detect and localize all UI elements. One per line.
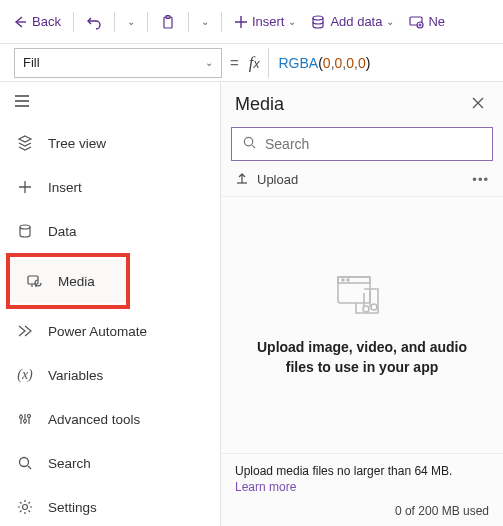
svg-point-18 <box>342 279 344 281</box>
plus-icon <box>16 178 34 196</box>
add-data-label: Add data <box>330 14 382 29</box>
learn-more-link[interactable]: Learn more <box>235 480 489 494</box>
add-data-button[interactable]: Add data ⌄ <box>304 6 400 38</box>
chevron-down-icon: ⌄ <box>386 16 394 27</box>
nav-search[interactable]: Search <box>0 441 220 485</box>
undo-icon <box>86 14 102 30</box>
paste-chevron[interactable]: ⌄ <box>195 6 215 38</box>
nav-label: Insert <box>48 180 82 195</box>
nav-label: Advanced tools <box>48 412 140 427</box>
panel-header: Media <box>221 82 503 123</box>
search-box[interactable] <box>231 127 493 161</box>
nav-label: Data <box>48 224 77 239</box>
tools-icon <box>16 410 34 428</box>
insert-label: Insert <box>252 14 285 29</box>
footer-note: Upload media files no larger than 64 MB. <box>235 464 452 478</box>
svg-point-20 <box>371 304 377 310</box>
screen-icon <box>408 14 424 30</box>
nav-power-automate[interactable]: Power Automate <box>0 309 220 353</box>
search-icon <box>16 454 34 472</box>
paste-button[interactable] <box>154 6 182 38</box>
nav-media[interactable]: Media <box>10 259 126 303</box>
gear-icon <box>16 498 34 516</box>
chevron-down-icon: ⌄ <box>288 16 296 27</box>
clipboard-icon <box>160 14 176 30</box>
layers-icon <box>16 134 34 152</box>
nav-tree-view[interactable]: Tree view <box>0 121 220 165</box>
flow-icon <box>16 322 34 340</box>
property-label: Fill <box>23 55 40 70</box>
media-icon <box>26 272 44 290</box>
property-selector[interactable]: Fill ⌄ <box>14 48 222 78</box>
nav-label: Variables <box>48 368 103 383</box>
hamburger-button[interactable] <box>0 88 220 121</box>
nav-label: Power Automate <box>48 324 147 339</box>
nav-label: Search <box>48 456 91 471</box>
database-icon <box>16 222 34 240</box>
svg-point-5 <box>20 225 30 229</box>
variable-icon: (x) <box>16 366 34 384</box>
svg-point-11 <box>23 505 28 510</box>
nav-insert[interactable]: Insert <box>0 165 220 209</box>
panel-body: Upload image, video, and audio files to … <box>221 197 503 453</box>
media-empty-icon <box>334 273 390 322</box>
back-label: Back <box>32 14 61 29</box>
media-panel: Media Upload ••• <box>220 82 503 526</box>
left-nav: Tree view Insert Data Media Power Automa… <box>0 82 220 526</box>
chevron-down-icon: ⌄ <box>127 16 135 27</box>
search-icon <box>242 135 257 153</box>
new-button[interactable]: Ne <box>402 6 451 38</box>
plus-icon <box>234 15 248 29</box>
svg-point-19 <box>347 279 349 281</box>
undo-chevron[interactable]: ⌄ <box>121 6 141 38</box>
nav-advanced-tools[interactable]: Advanced tools <box>0 397 220 441</box>
chevron-down-icon: ⌄ <box>205 57 213 68</box>
empty-state-text: Upload image, video, and audio files to … <box>245 338 479 377</box>
equals-sign: = <box>230 54 239 71</box>
nav-label: Media <box>58 274 95 289</box>
svg-point-8 <box>24 420 27 423</box>
upload-label: Upload <box>257 172 298 187</box>
formula-bar: Fill ⌄ = fx RGBA(0, 0, 0, 0) <box>0 44 503 82</box>
svg-point-15 <box>244 137 252 145</box>
close-button[interactable] <box>467 92 489 117</box>
back-button[interactable]: Back <box>6 6 67 38</box>
nav-settings[interactable]: Settings <box>0 485 220 526</box>
annotation-highlight: Media <box>6 253 130 309</box>
svg-point-10 <box>20 458 29 467</box>
new-label: Ne <box>428 14 445 29</box>
insert-button[interactable]: Insert ⌄ <box>228 6 303 38</box>
separator <box>147 12 148 32</box>
top-toolbar: Back ⌄ ⌄ Insert ⌄ Add data ⌄ Ne <box>0 0 503 44</box>
separator <box>114 12 115 32</box>
separator <box>188 12 189 32</box>
svg-point-9 <box>28 415 31 418</box>
arrow-left-icon <box>12 14 28 30</box>
svg-point-7 <box>20 416 23 419</box>
chevron-down-icon: ⌄ <box>201 16 209 27</box>
storage-usage: 0 of 200 MB used <box>235 504 489 518</box>
panel-actions: Upload ••• <box>221 167 503 197</box>
upload-icon <box>235 171 249 188</box>
workspace: Tree view Insert Data Media Power Automa… <box>0 82 503 526</box>
nav-data[interactable]: Data <box>0 209 220 253</box>
more-button[interactable]: ••• <box>472 172 489 187</box>
separator <box>73 12 74 32</box>
svg-point-2 <box>313 16 323 20</box>
upload-button[interactable]: Upload <box>235 171 298 188</box>
nav-label: Settings <box>48 500 97 515</box>
fx-icon[interactable]: fx <box>249 53 260 73</box>
panel-footer: Upload media files no larger than 64 MB.… <box>221 453 503 526</box>
formula-input[interactable]: RGBA(0, 0, 0, 0) <box>268 48 371 78</box>
nav-label: Tree view <box>48 136 106 151</box>
panel-title: Media <box>235 94 284 115</box>
undo-button[interactable] <box>80 6 108 38</box>
nav-variables[interactable]: (x) Variables <box>0 353 220 397</box>
search-input[interactable] <box>265 136 482 152</box>
formula-fn: RGBA <box>279 55 319 71</box>
separator <box>221 12 222 32</box>
database-icon <box>310 14 326 30</box>
svg-point-21 <box>363 306 369 312</box>
